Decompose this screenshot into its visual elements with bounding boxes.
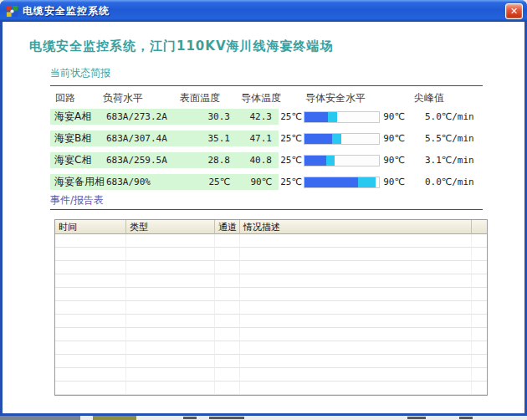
events-cell (126, 288, 215, 301)
safety-bar-blue-segment (304, 134, 332, 144)
page-title: 电缆安全监控系统，江门110KV海川线海宴终端场 (29, 38, 334, 54)
events-cell (240, 328, 472, 341)
status-row-summary: 海宴备用相683A/90%25℃90℃ (50, 174, 279, 190)
events-col-channel[interactable]: 通道 (215, 220, 240, 234)
safety-bar-cyan-segment (358, 177, 375, 187)
status-row: 海宴备用相683A/90%25℃90℃25℃90℃0.0℃/min (50, 174, 519, 190)
peak-value: 5.5℃/min (425, 133, 474, 144)
events-cell (55, 248, 126, 261)
scale-min-label: 25℃ (279, 111, 304, 122)
events-cell (55, 274, 126, 288)
events-col-description[interactable]: 情况描述 (240, 220, 472, 234)
scale-max-label: 90℃ (380, 111, 408, 122)
events-cell (472, 301, 487, 315)
scale-max-label: 90℃ (380, 177, 408, 187)
safety-bar-blue-segment (304, 156, 326, 166)
events-cell (472, 328, 487, 341)
events-body[interactable] (55, 234, 487, 395)
events-cell (215, 274, 240, 288)
events-cell (55, 382, 126, 395)
safety-level-bar (304, 155, 380, 166)
peak-value: 0.0℃/min (425, 177, 474, 187)
events-cell (55, 288, 126, 301)
load-level: 683A/90% (106, 177, 182, 187)
events-cell (126, 234, 215, 248)
events-cell (240, 261, 472, 274)
events-cell (55, 261, 126, 274)
events-cell (472, 382, 487, 395)
safety-level-bar (304, 177, 380, 188)
close-button[interactable]: ✕ (505, 3, 523, 19)
events-cell (240, 248, 472, 261)
events-table-row (55, 234, 487, 248)
status-table-header: 回路 负荷水平 表面温度 导体温度 导体安全水平 尖峰值 (50, 91, 484, 105)
events-cell (472, 288, 487, 301)
events-cell (126, 261, 215, 274)
status-rows: 海宴A相683A/273.2A30.342.325℃90℃5.0℃/min海宴B… (50, 109, 519, 196)
main-content: 电缆安全监控系统，江门110KV海川线海宴终端场 当前状态简报 回路 负荷水平 … (3, 22, 524, 413)
events-table-header: 时间 类型 通道 情况描述 (55, 220, 487, 234)
app-window: 电缆安全监控系统 ✕ 电缆安全监控系统，江门110KV海川线海宴终端场 当前状态… (0, 0, 527, 416)
events-cell (240, 382, 472, 395)
scale-min-label: 25℃ (279, 133, 304, 144)
col-header-load: 负荷水平 (103, 91, 180, 105)
divider-line (50, 209, 483, 210)
scale-max-label: 90℃ (380, 133, 408, 144)
col-header-surface: 表面温度 (180, 91, 241, 105)
events-report-link[interactable]: 事件/报告表 (50, 193, 104, 207)
window-title: 电缆安全监控系统 (23, 4, 505, 18)
events-cell (126, 341, 215, 355)
events-cell (240, 341, 472, 355)
safety-bar-cyan-segment (328, 112, 338, 122)
safety-level-bar (304, 133, 380, 145)
events-cell (55, 315, 126, 328)
events-cell (126, 328, 215, 341)
events-cell (215, 382, 240, 395)
events-col-extra[interactable] (472, 220, 487, 234)
safety-level-bar (304, 111, 380, 123)
events-table-row (55, 355, 487, 368)
safety-bar-cyan-segment (326, 156, 335, 166)
current-status-link[interactable]: 当前状态简报 (50, 66, 110, 80)
peak-value: 5.0℃/min (425, 111, 474, 122)
events-cell (240, 355, 472, 368)
col-header-conductor: 导体温度 (241, 91, 305, 105)
events-col-time[interactable]: 时间 (55, 220, 126, 234)
events-cell (240, 288, 472, 301)
title-bar[interactable]: 电缆安全监控系统 ✕ (0, 0, 527, 22)
col-header-circuit: 回路 (50, 91, 103, 105)
events-table-row (55, 315, 487, 328)
events-cell (472, 274, 487, 288)
events-cell (55, 368, 126, 382)
circuit-name: 海宴C相 (50, 153, 106, 167)
events-cell (55, 328, 126, 341)
events-cell (240, 368, 472, 382)
events-cell (215, 288, 240, 301)
events-cell (126, 274, 215, 288)
events-cell (126, 355, 215, 368)
scale-max-label: 90℃ (380, 155, 408, 166)
taskbar-button-fragment (0, 416, 80, 420)
events-cell (240, 315, 472, 328)
events-cell (472, 234, 487, 248)
taskbar-text-fragment (183, 417, 197, 419)
status-row: 海宴A相683A/273.2A30.342.325℃90℃5.0℃/min (50, 109, 519, 125)
events-cell (55, 341, 126, 355)
events-cell (215, 315, 240, 328)
taskbar-fragment[interactable] (0, 416, 527, 420)
safety-bar-cyan-segment (332, 134, 341, 144)
events-cell (215, 341, 240, 355)
events-cell (55, 234, 126, 248)
events-col-type[interactable]: 类型 (126, 220, 215, 234)
events-cell (472, 341, 487, 355)
status-row-summary: 海宴B相683A/307.4A35.147.1 (50, 131, 279, 146)
events-cell (215, 261, 240, 274)
load-level: 683A/307.4A (106, 133, 182, 144)
events-cell (55, 301, 126, 315)
conductor-temp: 47.1 (230, 133, 279, 144)
events-cell (240, 274, 472, 288)
surface-temp: 30.3 (182, 111, 230, 122)
events-table-row (55, 274, 487, 288)
events-table: 时间 类型 通道 情况描述 (54, 219, 488, 396)
conductor-temp: 90℃ (230, 177, 279, 187)
